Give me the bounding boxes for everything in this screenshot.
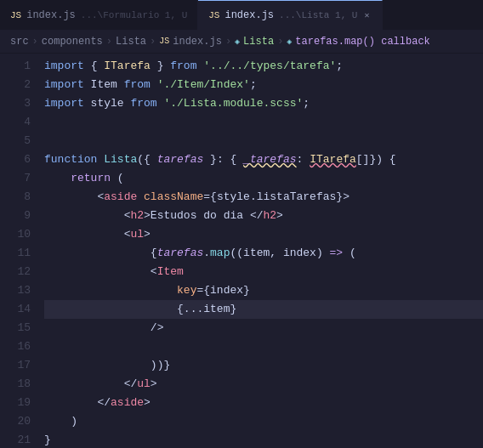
ln-3: 3 — [0, 94, 31, 113]
ln-9: 9 — [0, 207, 31, 225]
bc-sep-1: › — [32, 36, 38, 48]
ln-13: 13 — [0, 281, 31, 300]
tab-close-button[interactable]: ✕ — [362, 9, 371, 22]
tab-js-icon-1: JS — [10, 10, 21, 20]
line-numbers: 1 2 3 4 5 6 7 8 9 10 11 12 13 14 15 16 1… — [0, 54, 41, 448]
ln-12: 12 — [0, 263, 31, 281]
bc-sep-3: › — [150, 36, 156, 48]
code-line-10: <ul> — [44, 225, 483, 244]
code-line-15: /> — [44, 319, 483, 337]
ln-2: 2 — [0, 76, 31, 94]
tab-lista[interactable]: JS index.js ...\Lista 1, U ✕ — [198, 0, 382, 30]
code-line-1: import { ITarefa } from '../../types/tar… — [44, 57, 483, 76]
ln-16: 16 — [0, 337, 31, 356]
code-content[interactable]: import { ITarefa } from '../../types/tar… — [41, 54, 483, 448]
bc-sep-2: › — [106, 36, 112, 48]
code-line-9: <h2>Estudos do dia </h2> — [44, 207, 483, 225]
ln-6: 6 — [0, 150, 31, 169]
tab-label-2: index.js — [224, 9, 274, 21]
ln-20: 20 — [0, 412, 31, 431]
ln-11: 11 — [0, 244, 31, 263]
bc-method-label: tarefas.map() callback — [295, 36, 429, 48]
tab-path-1: ...\Formulario 1, U — [81, 10, 187, 20]
ln-21: 21 — [0, 431, 31, 448]
bc-sep-5: › — [277, 36, 283, 48]
code-line-3: import style from './Lista.module.scss'; — [44, 94, 483, 113]
bc-method-icon: ◈ — [287, 37, 292, 47]
tab-bar: JS index.js ...\Formulario 1, U JS index… — [0, 0, 483, 30]
ln-7: 7 — [0, 169, 31, 188]
ln-15: 15 — [0, 319, 31, 337]
tab-js-icon-2: JS — [208, 10, 219, 20]
bc-lista: Lista — [116, 36, 146, 48]
ln-19: 19 — [0, 394, 31, 412]
code-line-8: <aside className={style.listaTarefas}> — [44, 188, 483, 207]
code-line-21: } — [44, 431, 483, 448]
tab-formulario[interactable]: JS index.js ...\Formulario 1, U — [0, 0, 198, 30]
code-line-2: import Item from './Item/Index'; — [44, 76, 483, 94]
bc-comp-icon: ◈ — [235, 37, 240, 47]
bc-js-icon: JS — [159, 37, 169, 46]
code-line-4 — [44, 113, 483, 132]
tab-label-1: index.js — [26, 9, 76, 21]
code-line-6: function Lista({ tarefas }: { _tarefas: … — [44, 150, 483, 169]
ln-1: 1 — [0, 57, 31, 76]
bc-components: components — [42, 36, 103, 48]
code-line-14: {...item} — [44, 300, 483, 319]
code-line-13: key={index} — [44, 281, 483, 300]
code-line-7: return ( — [44, 169, 483, 188]
ln-8: 8 — [0, 188, 31, 207]
code-line-19: </aside> — [44, 394, 483, 412]
ln-18: 18 — [0, 375, 31, 394]
bc-lista-func: Lista — [243, 36, 274, 48]
code-line-12: <Item — [44, 263, 483, 281]
code-line-5 — [44, 132, 483, 150]
code-line-18: </ul> — [44, 375, 483, 394]
bc-sep-4: › — [225, 36, 231, 48]
ln-10: 10 — [0, 225, 31, 244]
bc-src: src — [10, 36, 29, 48]
code-area: 1 2 3 4 5 6 7 8 9 10 11 12 13 14 15 16 1… — [0, 54, 483, 448]
ln-5: 5 — [0, 132, 31, 150]
ln-17: 17 — [0, 356, 31, 375]
bc-indexjs: index.js — [173, 36, 222, 48]
breadcrumb: src › components › Lista › JS index.js ›… — [0, 30, 483, 54]
ln-14: 14 — [0, 300, 31, 319]
ln-4: 4 — [0, 113, 31, 132]
code-line-16 — [44, 337, 483, 356]
code-line-11: {tarefas.map((item, index) => ( — [44, 244, 483, 263]
code-line-17: ))} — [44, 356, 483, 375]
tab-path-2: ...\Lista 1, U — [279, 10, 357, 20]
code-line-20: ) — [44, 412, 483, 431]
